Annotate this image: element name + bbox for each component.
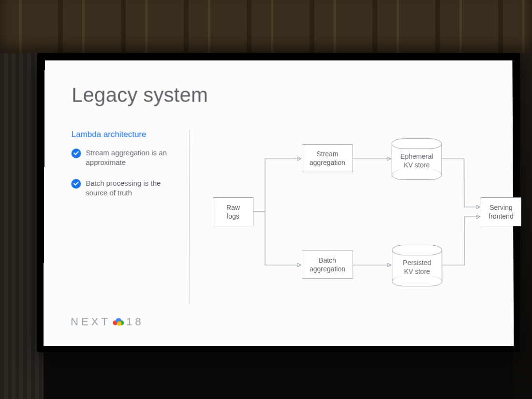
- bullet-text: Batch processing is the source of truth: [86, 178, 177, 198]
- ceiling-decor: [0, 0, 532, 58]
- bullet-text: Stream aggregation is an approximate: [86, 148, 177, 167]
- room-background: Legacy system Lambda architecture Stream…: [0, 0, 532, 399]
- node-stream-aggregation: Stream aggregation: [302, 144, 353, 172]
- cloud-icon: [113, 318, 124, 325]
- check-icon: [72, 148, 81, 158]
- slide-title: Legacy system: [72, 84, 486, 107]
- node-label: Ephemeral KV store: [392, 152, 442, 170]
- presentation-screen: Legacy system Lambda architecture Stream…: [37, 53, 520, 352]
- bullet-item: Stream aggregation is an approximate: [71, 148, 177, 167]
- architecture-diagram: Raw logs Stream aggregation Batch aggreg…: [203, 130, 487, 304]
- node-raw-logs: Raw logs: [213, 197, 253, 226]
- bullet-item: Batch processing is the source of truth: [71, 178, 177, 198]
- vertical-divider: [189, 130, 190, 304]
- footer-logo: NEXT 18: [71, 315, 144, 328]
- logo-suffix: 18: [126, 315, 144, 328]
- node-serving-frontend: Serving frontend: [481, 197, 521, 226]
- slide-content: Lambda architecture Stream aggregation i…: [71, 130, 487, 304]
- node-ephemeral-kv-store: Ephemeral KV store: [392, 138, 442, 180]
- slide-sidebar: Lambda architecture Stream aggregation i…: [71, 130, 177, 304]
- node-label: Persisted KV store: [392, 259, 442, 276]
- slide-subtitle: Lambda architecture: [72, 130, 178, 139]
- logo-text: NEXT: [71, 315, 111, 328]
- node-persisted-kv-store: Persisted KV store: [392, 245, 442, 286]
- node-batch-aggregation: Batch aggregation: [302, 251, 353, 279]
- check-icon: [71, 179, 81, 189]
- slide: Legacy system Lambda architecture Stream…: [44, 60, 514, 346]
